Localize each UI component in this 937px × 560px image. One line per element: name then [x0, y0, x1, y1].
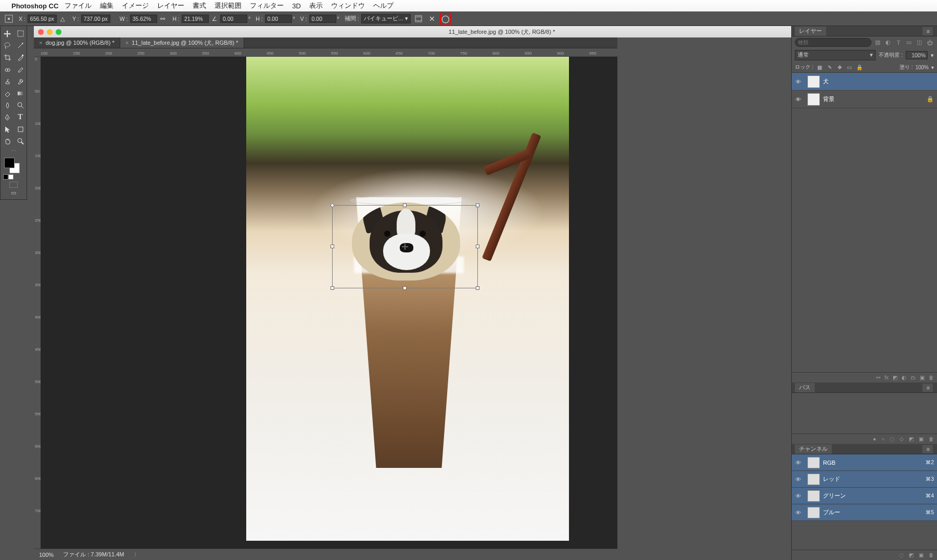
hskew-field[interactable]: 0.00: [265, 15, 292, 23]
screenmode-icon[interactable]: ▭: [11, 189, 16, 196]
clone-stamp-tool-icon[interactable]: [1, 75, 14, 87]
layers-panel-tab[interactable]: レイヤー≡: [792, 26, 937, 36]
lock-position-icon[interactable]: ✥: [836, 63, 843, 71]
color-swatches[interactable]: [1, 157, 26, 181]
menu-type[interactable]: 書式: [193, 1, 206, 10]
lock-artboard-icon[interactable]: ▭: [846, 63, 853, 71]
channels-panel-tab[interactable]: チャンネル≡: [792, 444, 937, 454]
selection-to-channel-icon[interactable]: ◩: [909, 552, 914, 558]
canvas-viewport[interactable]: [41, 57, 617, 549]
crop-tool-icon[interactable]: [1, 52, 14, 63]
filter-toggle-icon[interactable]: ⏻: [926, 39, 934, 47]
paths-panel-tab[interactable]: パス≡: [792, 383, 937, 393]
menu-help[interactable]: ヘルプ: [373, 1, 394, 10]
magic-wand-tool-icon[interactable]: [14, 40, 27, 51]
doc-tab-0[interactable]: ×dog.jpg @ 100% (RGB/8) *: [34, 37, 120, 48]
visibility-icon[interactable]: 👁: [792, 460, 804, 466]
visibility-icon[interactable]: 👁: [792, 476, 804, 482]
trash-icon[interactable]: 🗑: [929, 436, 934, 442]
transform-handle[interactable]: [331, 245, 334, 248]
zoom-tool-icon[interactable]: [14, 135, 27, 147]
transform-handle[interactable]: [403, 203, 407, 207]
angle-field[interactable]: 0.00: [220, 15, 247, 23]
path-mask-icon[interactable]: ◩: [909, 436, 914, 442]
lasso-tool-icon[interactable]: [1, 40, 14, 51]
panel-menu-icon[interactable]: ≡: [922, 384, 933, 392]
status-menu-icon[interactable]: 〉: [134, 551, 140, 558]
blur-tool-icon[interactable]: [1, 99, 14, 111]
new-channel-icon[interactable]: ▣: [919, 552, 923, 558]
layer-name[interactable]: 犬: [823, 78, 934, 85]
ruler-origin[interactable]: [34, 48, 41, 57]
move-tool-icon[interactable]: [1, 28, 14, 39]
free-transform-bounds[interactable]: [332, 205, 478, 288]
link-wh-icon[interactable]: ⚯: [158, 14, 168, 23]
menu-window[interactable]: ウィンドウ: [331, 1, 365, 10]
trash-icon[interactable]: 🗑: [929, 552, 934, 558]
fx-icon[interactable]: fx: [884, 375, 889, 380]
close-window-icon[interactable]: [38, 29, 44, 35]
reference-point-icon[interactable]: [4, 14, 14, 23]
ruler-horizontal[interactable]: 1001502002503003504004505005506006507007…: [41, 48, 617, 57]
layer-mask-icon[interactable]: ◩: [893, 375, 897, 380]
dodge-tool-icon[interactable]: [14, 99, 27, 111]
panel-menu-icon[interactable]: ≡: [922, 27, 933, 35]
status-zoom[interactable]: 100%: [39, 552, 54, 558]
stroke-path-icon[interactable]: ○: [881, 436, 884, 442]
trash-icon[interactable]: 🗑: [929, 375, 934, 380]
pen-tool-icon[interactable]: [1, 111, 14, 123]
history-brush-tool-icon[interactable]: [14, 75, 27, 87]
lock-pixels-icon[interactable]: ✎: [826, 63, 833, 71]
ruler-vertical[interactable]: 0501001502002503003504004505005506006507…: [34, 57, 41, 549]
eraser-tool-icon[interactable]: [1, 87, 14, 99]
channel-to-selection-icon[interactable]: ◌: [899, 552, 904, 558]
lock-transparency-icon[interactable]: ▦: [816, 63, 824, 71]
channel-row[interactable]: 👁 RGB ⌘2: [792, 454, 937, 471]
filter-shape-icon[interactable]: ▭: [905, 39, 913, 47]
lock-all-icon[interactable]: 🔒: [856, 63, 863, 71]
transform-handle[interactable]: [476, 203, 479, 207]
layer-thumb[interactable]: [807, 93, 820, 106]
vskew-field[interactable]: 0.00: [309, 15, 336, 23]
fill-path-icon[interactable]: ●: [873, 436, 876, 442]
zoom-window-icon[interactable]: [56, 29, 61, 35]
transform-handle[interactable]: [476, 286, 479, 290]
channel-row[interactable]: 👁 ブルー ⌘5: [792, 504, 937, 521]
foreground-swatch[interactable]: [4, 158, 15, 168]
adjustment-layer-icon[interactable]: ◐: [902, 375, 906, 380]
filter-smart-icon[interactable]: ◫: [915, 39, 923, 47]
channel-row[interactable]: 👁 レッド ⌘3: [792, 471, 937, 488]
visibility-icon[interactable]: 👁: [792, 493, 804, 499]
healing-tool-icon[interactable]: [1, 63, 14, 75]
close-tab-icon[interactable]: ×: [39, 40, 42, 46]
filter-image-icon[interactable]: ▧: [873, 39, 882, 47]
menu-image[interactable]: イメージ: [122, 1, 149, 10]
blend-mode-select[interactable]: 通常▾: [795, 50, 876, 60]
layer-name[interactable]: 背景: [823, 95, 927, 103]
visibility-icon[interactable]: 👁: [792, 510, 804, 516]
gradient-tool-icon[interactable]: [14, 87, 27, 99]
layer-thumb[interactable]: [807, 75, 820, 88]
menu-3d[interactable]: 3D: [292, 2, 301, 10]
layer-filter-input[interactable]: [795, 38, 871, 47]
y-field[interactable]: 737.00 px: [81, 15, 110, 23]
panel-menu-icon[interactable]: ≡: [922, 445, 933, 453]
minimize-window-icon[interactable]: [47, 29, 53, 35]
layer-row[interactable]: 👁 犬: [792, 73, 937, 91]
paths-body[interactable]: [792, 393, 937, 434]
group-icon[interactable]: 🗀: [910, 375, 916, 380]
transform-handle[interactable]: [476, 245, 479, 248]
transform-handle[interactable]: [331, 286, 334, 290]
x-field[interactable]: 656.50 px: [28, 15, 57, 23]
visibility-icon[interactable]: 👁: [792, 79, 804, 85]
selection-to-path-icon[interactable]: ◇: [900, 436, 904, 442]
interp-select[interactable]: バイキュービ… ▾: [361, 14, 411, 23]
shape-tool-icon[interactable]: [14, 123, 27, 135]
commit-transform-icon[interactable]: ◯: [440, 13, 451, 24]
close-tab-icon[interactable]: ×: [125, 40, 129, 46]
transform-center-icon[interactable]: [402, 244, 408, 250]
visibility-icon[interactable]: 👁: [792, 96, 804, 103]
type-tool-icon[interactable]: T: [14, 111, 27, 123]
cancel-transform-icon[interactable]: ✕: [426, 13, 438, 24]
eyedropper-tool-icon[interactable]: [14, 52, 27, 63]
